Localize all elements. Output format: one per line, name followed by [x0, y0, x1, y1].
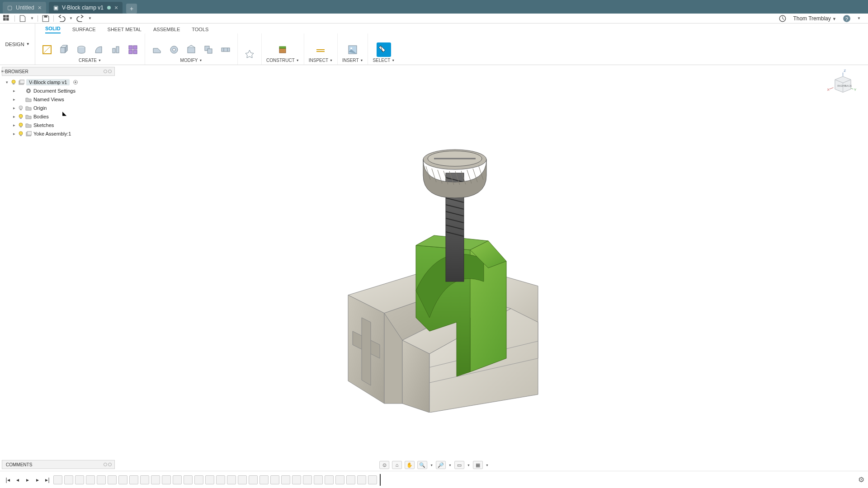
timeline-feature[interactable] [238, 475, 247, 484]
timeline-feature[interactable] [184, 475, 193, 484]
ribbon-tool[interactable] [40, 42, 54, 57]
timeline-feature[interactable] [53, 475, 62, 484]
tree-node[interactable]: ▸Document Settings [2, 86, 115, 95]
timeline-feature[interactable] [314, 475, 323, 484]
ribbon-tool[interactable] [345, 42, 360, 57]
document-tab-untitled[interactable]: ▢ Untitled × [3, 2, 46, 14]
ribbon-tab-tools[interactable]: TOOLS [192, 27, 208, 33]
timeline-feature[interactable] [259, 475, 269, 484]
timeline-feature[interactable] [75, 475, 84, 484]
timeline-feature[interactable] [357, 475, 366, 484]
ribbon-tool[interactable] [275, 42, 290, 57]
ribbon-tool[interactable] [150, 42, 164, 57]
ribbon-tab-surface[interactable]: SURFACE [72, 27, 96, 33]
timeline-feature[interactable] [205, 475, 214, 484]
ribbon-group-label[interactable]: MODIFY▼ [180, 58, 203, 63]
timeline-feature[interactable] [64, 475, 73, 484]
expand-icon[interactable]: ▾ [5, 80, 9, 84]
redo-button[interactable] [76, 14, 85, 23]
timeline-marker[interactable] [380, 474, 381, 486]
panel-collapse-icon[interactable] [104, 70, 112, 73]
timeline-feature[interactable] [216, 475, 225, 484]
expand-icon[interactable]: ▸ [12, 106, 16, 110]
timeline-feature[interactable] [227, 475, 236, 484]
tree-node[interactable]: ▸Bodies [2, 112, 115, 121]
document-tab-active[interactable]: ▣ V-Block clamp v1 × [49, 2, 123, 14]
view-cube[interactable]: Z X Y RIGHT BACK [826, 68, 857, 99]
ribbon-tab-sheetmetal[interactable]: SHEET METAL [108, 27, 142, 33]
new-tab-button[interactable]: + [126, 4, 137, 14]
ribbon-group-label[interactable]: CONSTRUCT▼ [266, 58, 299, 63]
timeline-feature[interactable] [86, 475, 95, 484]
expand-icon[interactable]: ▸ [12, 114, 16, 119]
close-icon[interactable]: × [114, 4, 118, 11]
ribbon-tab-solid[interactable]: SOLID [45, 26, 61, 33]
timeline-feature[interactable] [281, 475, 290, 484]
expand-icon[interactable]: ▸ [12, 131, 16, 136]
timeline-feature[interactable] [270, 475, 279, 484]
expand-icon[interactable]: ▸ [12, 123, 16, 127]
undo-caret-icon[interactable]: ▼ [69, 14, 73, 23]
workspace-switcher[interactable]: DESIGN ▼ [0, 23, 35, 65]
timeline-feature[interactable] [194, 475, 203, 484]
help-button[interactable]: ? [843, 14, 851, 23]
timeline-feature[interactable] [249, 475, 258, 484]
nav-tool[interactable]: ✋ [405, 461, 415, 469]
ribbon-tool[interactable] [108, 42, 123, 57]
timeline-feature[interactable] [118, 475, 127, 484]
data-panel-button[interactable] [3, 14, 11, 23]
nav-tool[interactable]: ⊙ [379, 461, 389, 469]
ribbon-tab-assemble[interactable]: ASSEMBLE [153, 27, 180, 33]
file-menu-button[interactable] [19, 14, 27, 23]
timeline-feature[interactable] [140, 475, 149, 484]
panel-collapse-icon[interactable] [104, 463, 112, 466]
timeline-feature[interactable] [97, 475, 106, 484]
help-caret-icon[interactable]: ▼ [857, 14, 861, 23]
ribbon-tool[interactable] [57, 42, 71, 57]
tree-node[interactable]: ▸Sketches [2, 121, 115, 129]
nav-tool[interactable]: ▦ [473, 461, 483, 469]
expand-icon[interactable]: ▸ [12, 97, 16, 102]
timeline-feature[interactable] [346, 475, 355, 484]
expand-icon[interactable]: ▸ [12, 89, 16, 93]
undo-button[interactable] [57, 14, 66, 23]
comments-panel[interactable]: COMMENTS [2, 460, 115, 469]
timeline-feature[interactable] [325, 475, 334, 484]
ribbon-tool[interactable] [242, 47, 257, 62]
tree-node[interactable]: ▸Origin [2, 103, 115, 112]
tree-node[interactable]: ▸Named Views [2, 95, 115, 103]
viewport-3d[interactable] [0, 65, 868, 471]
timeline-start-button[interactable]: |◂ [4, 476, 12, 484]
browser-header[interactable]: ⇤ BROWSER [2, 67, 115, 76]
redo-caret-icon[interactable]: ▼ [88, 14, 92, 23]
ribbon-tool[interactable] [167, 42, 181, 57]
active-component-icon[interactable] [73, 80, 78, 84]
tree-root[interactable]: ▾V-Block clamp v1 [2, 78, 115, 86]
nav-tool[interactable]: ▭ [454, 461, 464, 469]
save-button[interactable] [42, 14, 50, 23]
ribbon-group-label[interactable]: INSERT▼ [342, 58, 363, 63]
pin-icon[interactable]: ⇤ [1, 69, 5, 74]
timeline-feature[interactable] [173, 475, 182, 484]
ribbon-tool[interactable] [74, 42, 89, 57]
timeline-step-fwd-button[interactable]: ▸ [33, 476, 42, 484]
close-icon[interactable]: × [38, 4, 42, 11]
timeline-feature[interactable] [108, 475, 117, 484]
timeline-feature[interactable] [335, 475, 344, 484]
ribbon-tool[interactable] [184, 42, 198, 57]
tree-node[interactable]: ▸Yoke Assembly:1 [2, 129, 115, 138]
timeline-step-back-button[interactable]: ◂ [14, 476, 22, 484]
nav-tool[interactable]: ⌂ [392, 461, 402, 469]
timeline-end-button[interactable]: ▸| [43, 476, 52, 484]
ribbon-tool[interactable] [126, 42, 140, 57]
user-menu[interactable]: Thom Tremblay ▼ [793, 15, 836, 22]
timeline-feature[interactable] [292, 475, 301, 484]
timeline-feature[interactable] [368, 475, 377, 484]
timeline-play-button[interactable]: ▸ [24, 476, 32, 484]
ribbon-tool[interactable] [377, 42, 391, 57]
timeline-settings-button[interactable]: ⚙ [858, 475, 864, 484]
ribbon-group-label[interactable]: CREATE▼ [79, 58, 101, 63]
ribbon-tool[interactable] [91, 42, 106, 57]
nav-tool[interactable]: 🔎 [436, 461, 446, 469]
file-menu-caret-icon[interactable]: ▼ [30, 14, 34, 23]
